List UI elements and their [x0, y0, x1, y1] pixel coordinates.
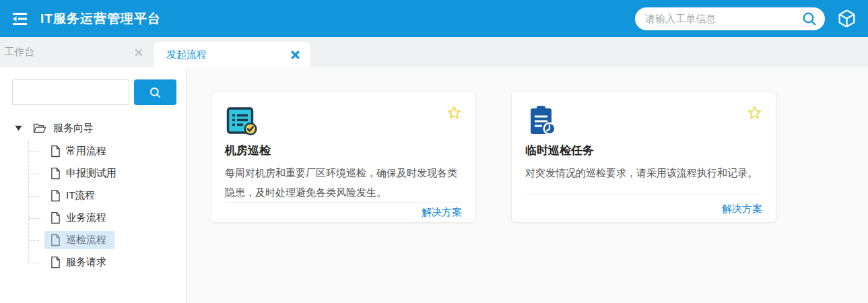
tree-item-business-process[interactable]: 业务流程 — [44, 209, 114, 227]
tree-item-common-process[interactable]: 常用流程 — [44, 142, 114, 160]
tab-workbench-label: 工作台 — [4, 46, 133, 59]
tree-row: 服务请求 — [0, 251, 186, 273]
tab-workbench[interactable]: 工作台 — [0, 37, 154, 67]
file-icon — [51, 145, 61, 158]
tree-children: 常用流程 申报测试用 IT流程 — [0, 140, 186, 273]
menu-fold-icon[interactable] — [9, 10, 30, 28]
tree-row: 常用流程 — [0, 140, 186, 162]
card-room-inspection[interactable]: 机房巡检 每周对机房和重要厂区环境巡检，确保及时发现各类隐患，及时处理避免各类风… — [211, 91, 476, 223]
main-panel: 机房巡检 每周对机房和重要厂区环境巡检，确保及时发现各类隐患，及时处理避免各类风… — [187, 67, 868, 303]
ticket-search-input[interactable] — [635, 7, 825, 30]
page-title: IT服务运营管理平台 — [40, 10, 161, 28]
search-icon[interactable] — [801, 11, 817, 30]
app-window: IT服务运营管理平台 工作台 — [0, 0, 868, 303]
folder-open-icon — [33, 123, 46, 134]
file-icon — [51, 256, 61, 269]
tree-search — [0, 79, 186, 105]
solution-link[interactable]: 解决方案 — [422, 206, 462, 219]
card-description: 对突发情况的巡检要求，请采用该流程执行和记录。 — [525, 163, 762, 182]
cube-icon[interactable] — [836, 8, 857, 30]
tree-search-input[interactable] — [12, 79, 129, 105]
card-footer: 解决方案 — [225, 202, 462, 222]
tab-start-process[interactable]: 发起流程 — [154, 42, 310, 67]
tree-item-it-process[interactable]: IT流程 — [44, 187, 103, 205]
tab-bar: 工作台 发起流程 — [0, 37, 868, 67]
card-temp-inspection-task[interactable]: 临时巡检任务 对突发情况的巡检要求，请采用该流程执行和记录。 解决方案 — [511, 91, 776, 223]
card-footer: 解决方案 — [525, 195, 762, 222]
process-cards: 机房巡检 每周对机房和重要厂区环境巡检，确保及时发现各类隐患，及时处理避免各类风… — [211, 91, 868, 223]
tree-item-label: 申报测试用 — [66, 167, 116, 180]
sidebar: 服务向导 常用流程 申报测试用 — [0, 67, 187, 303]
top-header: IT服务运营管理平台 — [0, 0, 868, 37]
file-icon — [51, 234, 61, 246]
tree-row: 巡检流程 — [0, 229, 186, 251]
tree-row: 申报测试用 — [0, 162, 186, 184]
card-description: 每周对机房和重要厂区环境巡检，确保及时发现各类隐患，及时处理避免各类风险发生。 — [225, 163, 462, 202]
tree-item-label: 巡检流程 — [66, 234, 106, 246]
tree-item-service-request[interactable]: 服务请求 — [44, 253, 114, 271]
file-icon — [51, 211, 61, 224]
card-head — [525, 104, 762, 136]
checklist-check-icon — [225, 104, 257, 136]
favorite-star-icon[interactable] — [446, 105, 462, 123]
tab-workbench-close-icon[interactable] — [133, 47, 144, 58]
tree-node-service-guide[interactable]: 服务向导 — [0, 119, 186, 137]
content-area: 服务向导 常用流程 申报测试用 — [0, 67, 868, 303]
tree-item-label: 服务请求 — [66, 256, 106, 269]
tree-row: 业务流程 — [0, 207, 186, 229]
clipboard-clock-icon — [525, 104, 558, 136]
tree-row: IT流程 — [0, 184, 186, 207]
tree-item-label: IT流程 — [66, 189, 95, 202]
service-tree: 服务向导 常用流程 申报测试用 — [0, 119, 186, 273]
tab-start-process-label: 发起流程 — [166, 48, 290, 61]
file-icon — [51, 189, 61, 202]
solution-link[interactable]: 解决方案 — [722, 203, 762, 215]
favorite-star-icon[interactable] — [747, 105, 762, 123]
card-title: 机房巡检 — [225, 143, 462, 158]
tree-item-declare-test[interactable]: 申报测试用 — [44, 164, 125, 182]
file-icon — [51, 167, 61, 180]
tree-root-label: 服务向导 — [53, 122, 94, 135]
card-title: 临时巡检任务 — [525, 143, 762, 158]
card-head — [225, 104, 462, 136]
tree-search-button[interactable] — [134, 79, 176, 105]
tab-start-process-close-icon[interactable] — [290, 49, 300, 60]
tree-item-inspection-process[interactable]: 巡检流程 — [44, 231, 114, 249]
tree-item-label: 常用流程 — [66, 145, 106, 158]
ticket-search — [635, 7, 825, 30]
tree-item-label: 业务流程 — [66, 211, 106, 224]
caret-down-icon[interactable] — [15, 125, 22, 131]
